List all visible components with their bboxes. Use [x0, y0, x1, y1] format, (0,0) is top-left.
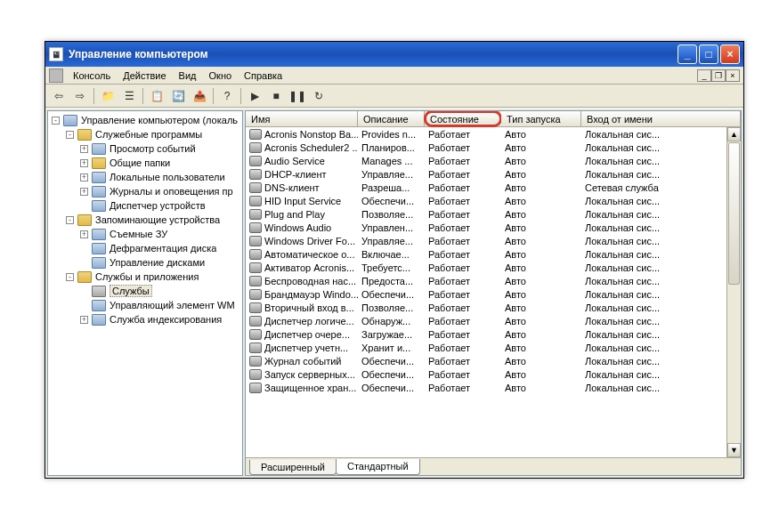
service-row[interactable]: Plug and PlayПозволяе...РаботаетАвтоЛока… [246, 207, 741, 221]
expand-box[interactable]: + [80, 159, 88, 167]
minimize-button[interactable]: _ [678, 44, 697, 64]
expand-box[interactable]: + [80, 230, 88, 238]
expand-box[interactable]: - [66, 273, 74, 281]
expand-box[interactable]: - [66, 131, 74, 139]
service-row[interactable]: Windows AudioУправлен...РаботаетАвтоЛока… [246, 221, 741, 234]
console-icon [49, 69, 63, 83]
child-restore-button[interactable]: ❐ [711, 69, 726, 82]
tree-item[interactable]: +Просмотр событий [48, 141, 242, 156]
col-description[interactable]: Описание [358, 111, 425, 126]
scroll-up-button[interactable]: ▲ [727, 127, 741, 141]
close-button[interactable]: × [720, 44, 740, 64]
col-logon-as[interactable]: Вход от имени [581, 111, 741, 126]
expand-box[interactable]: - [52, 117, 60, 125]
tree-item[interactable]: -Запоминающие устройства [48, 213, 242, 227]
tree-item[interactable]: -Служебные программы [48, 127, 242, 141]
help-button[interactable]: ? [217, 86, 237, 106]
cell-logon: Локальная сис... [581, 209, 741, 220]
expand-box[interactable]: - [66, 216, 74, 224]
tree-label: Диспетчер устройств [110, 200, 206, 211]
cell-logon: Локальная сис... [581, 142, 741, 153]
titlebar[interactable]: 🖥 Управление компьютером _ □ × [45, 42, 743, 67]
export-button[interactable]: 📤 [190, 86, 209, 106]
service-row[interactable]: Диспетчер логиче...Обнаруж...РаботаетАвт… [246, 314, 741, 327]
service-row[interactable]: Вторичный вход в...Позволяе...РаботаетАв… [246, 301, 741, 314]
service-row[interactable]: Автоматическое о...Включае...РаботаетАвт… [246, 247, 741, 261]
expand-box[interactable]: + [80, 145, 88, 153]
child-close-button[interactable]: × [726, 69, 740, 82]
service-row[interactable]: Защищенное хран...Обеспечи...РаботаетАвт… [246, 381, 741, 394]
cell-startup: Авто [501, 169, 581, 180]
tree-item[interactable]: +Журналы и оповещения пр [48, 184, 242, 198]
tree-item[interactable]: Службы [48, 284, 242, 298]
up-button[interactable]: 📁 [98, 86, 118, 106]
tree-label: Локальные пользователи [110, 172, 225, 182]
menu-view[interactable]: Вид [173, 69, 203, 83]
gear-icon [249, 383, 262, 393]
service-row[interactable]: DNS-клиентРазреша...РаботаетАвтоСетевая … [246, 181, 741, 194]
service-row[interactable]: Брандмауэр Windo...Обеспечи...РаботаетАв… [246, 287, 741, 301]
cell-description: Хранит и... [358, 343, 425, 353]
service-row[interactable]: Запуск серверных...Обеспечи...РаботаетАв… [246, 367, 741, 381]
cell-name: Audio Service [246, 156, 358, 166]
tree-item[interactable]: +Служба индексирования [48, 312, 242, 326]
tree-item[interactable]: -Управление компьютером (локаль [48, 113, 242, 127]
menu-help[interactable]: Справка [238, 69, 288, 83]
gear-icon [249, 329, 262, 340]
restart-button[interactable]: ↻ [309, 86, 329, 106]
expand-box[interactable]: + [80, 188, 88, 196]
show-hide-tree-button[interactable]: ☰ [119, 86, 139, 106]
services-grid[interactable]: ▲ ▼ Acronis Nonstop Ba...Provides n...Ра… [246, 127, 741, 457]
service-row[interactable]: Диспетчер учетн...Хранит и...РаботаетАвт… [246, 341, 741, 354]
tree-item[interactable]: -Службы и приложения [48, 270, 242, 284]
device-icon [92, 243, 106, 254]
scroll-down-button[interactable]: ▼ [727, 443, 741, 457]
gear-icon [249, 369, 262, 380]
menu-window[interactable]: Окно [203, 69, 239, 83]
stop-button[interactable]: ■ [266, 86, 286, 106]
child-minimize-button[interactable]: _ [697, 69, 711, 82]
service-row[interactable]: Acronis Nonstop Ba...Provides n...Работа… [246, 127, 741, 141]
menu-action[interactable]: Действие [117, 69, 172, 83]
vertical-scrollbar[interactable]: ▲ ▼ [726, 127, 741, 457]
nav-tree[interactable]: -Управление компьютером (локаль-Служебны… [47, 110, 243, 476]
cell-logon: Локальная сис... [581, 289, 741, 300]
device-icon [92, 143, 106, 155]
maximize-button[interactable]: □ [699, 44, 718, 64]
tree-item[interactable]: +Общие папки [48, 156, 242, 170]
tree-item[interactable]: Дефрагментация диска [48, 241, 242, 255]
cell-logon: Локальная сис... [581, 236, 741, 246]
col-startup-type[interactable]: Тип запуска [501, 111, 581, 126]
service-row[interactable]: Активатор Acronis...Требуетс...РаботаетА… [246, 261, 741, 274]
play-button[interactable]: ▶ [245, 86, 264, 106]
tab-standard[interactable]: Стандартный [336, 459, 420, 475]
tree-item[interactable]: +Локальные пользователи [48, 170, 242, 184]
forward-button[interactable]: ⇨ [70, 86, 90, 106]
properties-button[interactable]: 📋 [147, 86, 166, 106]
service-row[interactable]: HID Input ServiceОбеспечи...РаботаетАвто… [246, 194, 741, 207]
service-row[interactable]: Диспетчер очере...Загружае...РаботаетАвт… [246, 327, 741, 341]
expand-box[interactable]: + [80, 173, 88, 181]
tab-extended[interactable]: Расширенный [249, 460, 337, 475]
service-row[interactable]: Беспроводная нас...Предоста...РаботаетАв… [246, 274, 741, 287]
refresh-button[interactable]: 🔄 [168, 86, 188, 106]
menu-console[interactable]: Консоль [67, 69, 117, 83]
col-name[interactable]: Имя [246, 111, 358, 126]
service-row[interactable]: Windows Driver Fo...Управляе...РаботаетА… [246, 234, 741, 247]
device-icon [92, 200, 106, 212]
tree-item[interactable]: Диспетчер устройств [48, 198, 242, 213]
service-row[interactable]: Журнал событийОбеспечи...РаботаетАвтоЛок… [246, 354, 741, 367]
tree-item[interactable]: Управляющий элемент WM [48, 298, 242, 312]
scroll-thumb[interactable] [728, 142, 740, 285]
service-row[interactable]: DHCP-клиентУправляе...РаботаетАвтоЛокаль… [246, 167, 741, 181]
tree-item[interactable]: +Съемные ЗУ [48, 227, 242, 241]
back-button[interactable]: ⇦ [49, 86, 69, 106]
pause-button[interactable]: ❚❚ [288, 86, 307, 106]
tree-item[interactable]: Управление дисками [48, 255, 242, 270]
service-row[interactable]: Acronis Scheduler2 ...Планиров...Работае… [246, 141, 741, 154]
service-row[interactable]: Audio ServiceManages ...РаботаетАвтоЛока… [246, 154, 741, 167]
expand-box[interactable]: + [80, 316, 88, 324]
services-panel: Имя Описание Состояние Тип запуска Вход … [245, 110, 742, 476]
gear-icon [249, 236, 262, 246]
col-status[interactable]: Состояние [425, 111, 501, 126]
